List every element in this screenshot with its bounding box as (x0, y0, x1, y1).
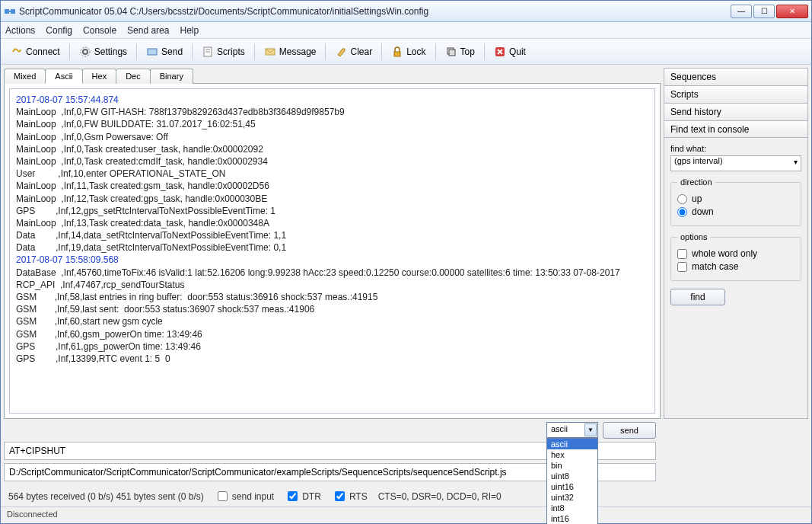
main-body: Mixed Ascii Hex Dec Binary 2017-08-07 15… (1, 65, 811, 419)
radio-down[interactable]: down (677, 206, 794, 217)
find-what-input[interactable]: (gps interval) (670, 155, 801, 171)
menu-help[interactable]: Help (180, 25, 199, 36)
byte-stats: 564 bytes received (0 b/s) 451 bytes sen… (8, 491, 204, 502)
connect-icon (11, 46, 23, 58)
acc-find-text[interactable]: Find text in console (664, 120, 808, 139)
clear-button[interactable]: Clear (330, 43, 377, 61)
tab-ascii[interactable]: Ascii (45, 69, 82, 84)
format-option-hex[interactable]: hex (547, 449, 597, 460)
svg-rect-1 (11, 9, 15, 14)
lock-icon (391, 46, 403, 58)
chk-rts[interactable]: RTS (332, 489, 368, 503)
menubar: Actions Config Console Send area Help (1, 22, 811, 39)
minimize-button[interactable]: — (731, 5, 752, 18)
direction-label: direction (677, 177, 715, 187)
options-group: options whole word only match case (670, 232, 801, 281)
menu-config[interactable]: Config (46, 25, 72, 36)
app-icon (4, 5, 16, 18)
scripts-button[interactable]: Scripts (196, 43, 250, 61)
app-window: ScriptCommunicator 05.04 C:/Users/bcsstz… (0, 0, 812, 524)
info-bar: 564 bytes received (0 b/s) 451 bytes sen… (4, 486, 808, 506)
chevron-down-icon[interactable]: ▼ (584, 423, 597, 436)
format-option-uint32[interactable]: uint32 (547, 492, 597, 503)
svg-point-3 (83, 50, 88, 54)
format-option-uint8[interactable]: uint8 (547, 471, 597, 481)
tab-binary[interactable]: Binary (150, 69, 193, 84)
format-option-uint16[interactable]: uint16 (547, 481, 597, 492)
acc-scripts[interactable]: Scripts (664, 85, 808, 104)
connect-button[interactable]: Connect (5, 43, 65, 61)
tab-dec[interactable]: Dec (116, 69, 151, 84)
format-option-ascii[interactable]: ascii (547, 439, 597, 449)
maximize-button[interactable]: ☐ (753, 5, 775, 18)
view-tabs: Mixed Ascii Hex Dec Binary (4, 68, 661, 83)
format-option-int16[interactable]: int16 (547, 513, 597, 524)
format-dropdown[interactable]: asciihexbinuint8uint16uint32int8int16int… (546, 438, 598, 524)
console-panel: 2017-08-07 15:57:44.874MainLoop ,Inf,0,F… (4, 83, 661, 419)
menu-actions[interactable]: Actions (5, 25, 35, 36)
left-column: Mixed Ascii Hex Dec Binary 2017-08-07 15… (4, 68, 661, 419)
tab-mixed[interactable]: Mixed (4, 69, 46, 84)
acc-sequences[interactable]: Sequences (664, 68, 808, 86)
send-icon (146, 46, 158, 58)
right-column: Sequences Scripts Send history Find text… (664, 68, 808, 419)
svg-rect-12 (449, 50, 455, 56)
top-button[interactable]: Top (440, 43, 480, 61)
window-buttons: — ☐ ✕ (731, 5, 808, 18)
toolbar: Connect Settings Send Scripts Message Cl… (1, 39, 811, 65)
send-text-button[interactable]: send (603, 422, 656, 439)
serial-lines: CTS=0, DSR=0, DCD=0, RI=0 (378, 491, 502, 502)
svg-rect-0 (5, 9, 9, 14)
format-option-bin[interactable]: bin (547, 460, 597, 471)
bottom-area: ascii ▼ asciihexbinuint8uint16uint32int8… (1, 419, 811, 506)
message-icon (264, 46, 276, 58)
quit-icon (494, 46, 506, 58)
chk-dtr[interactable]: DTR (285, 489, 321, 503)
direction-group: direction up down (670, 177, 801, 226)
status-bar: Disconnected (1, 506, 811, 523)
gear-icon (79, 46, 91, 58)
format-option-int8[interactable]: int8 (547, 503, 597, 513)
svg-rect-10 (394, 52, 400, 56)
svg-rect-5 (148, 49, 157, 55)
clear-icon (335, 46, 347, 58)
chk-match-case[interactable]: match case (677, 261, 794, 272)
top-icon (445, 46, 457, 58)
lock-button[interactable]: Lock (386, 43, 431, 61)
message-button[interactable]: Message (259, 43, 322, 61)
find-button[interactable]: find (670, 289, 725, 305)
format-select-wrap: ascii ▼ asciihexbinuint8uint16uint32int8… (546, 422, 598, 439)
send-controls: ascii ▼ asciihexbinuint8uint16uint32int8… (4, 422, 656, 439)
quit-button[interactable]: Quit (489, 43, 531, 61)
chk-send-input[interactable]: send input (215, 489, 274, 503)
close-button[interactable]: ✕ (776, 5, 808, 18)
svg-point-4 (81, 47, 90, 56)
scripts-icon (202, 46, 214, 58)
titlebar: ScriptCommunicator 05.04 C:/Users/bcsstz… (1, 1, 811, 22)
chk-whole-word[interactable]: whole word only (677, 248, 794, 259)
radio-up[interactable]: up (677, 193, 794, 204)
find-what-label: find what: (670, 144, 801, 153)
tab-hex[interactable]: Hex (82, 69, 117, 84)
find-panel: find what: (gps interval) direction up d… (664, 137, 808, 419)
console-output[interactable]: 2017-08-07 15:57:44.874MainLoop ,Inf,0,F… (9, 88, 655, 414)
send-button[interactable]: Send (141, 43, 188, 61)
settings-button[interactable]: Settings (74, 43, 132, 61)
menu-console[interactable]: Console (83, 25, 116, 36)
acc-send-history[interactable]: Send history (664, 103, 808, 121)
window-title: ScriptCommunicator 05.04 C:/Users/bcsstz… (19, 6, 731, 17)
options-label: options (677, 232, 710, 241)
menu-send-area[interactable]: Send area (127, 25, 169, 36)
